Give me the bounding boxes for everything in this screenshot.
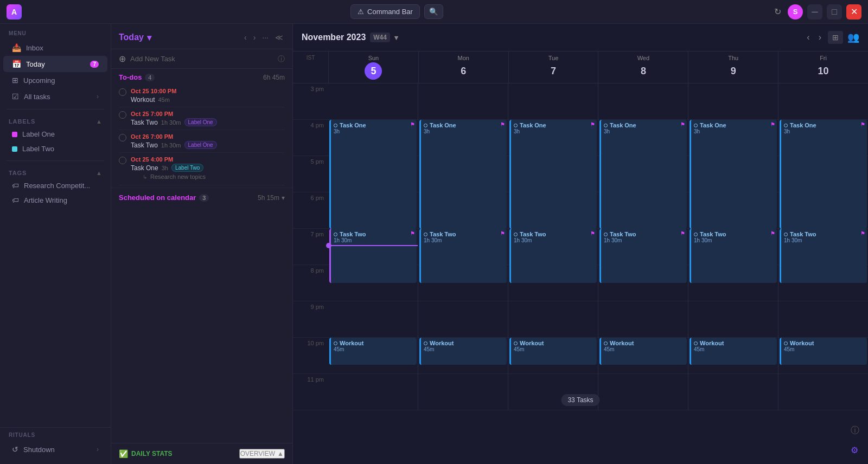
app-logo[interactable]: A [7, 4, 22, 20]
task-one-event-mon[interactable]: ⚑ Task One 3h [419, 120, 507, 229]
close-button[interactable]: ✕ [846, 4, 861, 20]
task-two-event-wed[interactable]: ⚑ Task Two 1h 30m [599, 229, 687, 283]
panel-next-button[interactable]: › [252, 31, 258, 43]
search-button[interactable]: 🔍 [424, 4, 443, 19]
workout-event-sun[interactable]: Workout 45m [329, 338, 417, 365]
sidebar-tag-research[interactable]: 🏷 Research Competit... [3, 178, 107, 193]
sidebar-item-inbox[interactable]: 📥 Inbox [3, 40, 107, 56]
task-one-event-thu[interactable]: ⚑ Task One 3h [690, 120, 777, 229]
task-duration: 1h 30m [161, 142, 181, 149]
task-checkbox[interactable] [119, 134, 126, 141]
daily-stats: ✅ DAILY STATS [119, 449, 173, 458]
day-col-sun: ⚑ Task One 3h [328, 83, 418, 410]
day-col-fri: ⚑ Task One 3h ⚑ Task Two 1h 30m [778, 83, 868, 410]
workout-event-tue[interactable]: Workout 45m [509, 338, 597, 365]
calendar-next-button[interactable]: › [816, 30, 824, 44]
workout-event-fri[interactable]: Workout 45m [780, 338, 867, 365]
sync-button[interactable]: ↻ [772, 4, 783, 19]
sidebar-item-shutdown[interactable]: ↺ Shutdown › [3, 441, 107, 457]
workout-event-wed[interactable]: Workout 45m [599, 338, 687, 365]
maximize-icon: □ [832, 7, 837, 17]
task-two-event-sun[interactable]: ⚑ Task Two 1h 30m [329, 229, 417, 283]
tag-research-icon: 🏷 [12, 182, 19, 190]
tags-chevron: ▲ [96, 170, 102, 176]
sidebar: MENU 📥 Inbox 📅 Today 7 ⊞ Upcoming ☑ All … [0, 24, 111, 464]
overview-button[interactable]: OVERVIEW ▲ [239, 449, 285, 459]
sidebar-item-today[interactable]: 📅 Today 7 [3, 56, 107, 72]
sidebar-tag-article[interactable]: 🏷 Article Writing [3, 193, 107, 208]
task-two-event-tue[interactable]: ⚑ Task Two 1h 30m [509, 229, 597, 283]
calendar-view-button[interactable]: ⊞ [828, 31, 843, 44]
task-label-badge: Label One [184, 141, 217, 149]
event-duration: 3h [334, 128, 414, 134]
calendar-settings-button[interactable]: ⚙ [848, 443, 861, 457]
todos-count: 4 [145, 74, 155, 81]
task-item[interactable]: Oct 25 4:00 PM Task One 3h Label Two ↳ R… [119, 153, 285, 185]
sidebar-label-one[interactable]: Label One [3, 127, 107, 141]
scheduled-header[interactable]: Scheduled on calendar 3 5h 15m ▾ [111, 188, 292, 205]
time-slot-8pm: 8 pm [293, 265, 328, 301]
labels-section-header[interactable]: LABELS ▲ [0, 114, 111, 127]
today-button[interactable]: Today ▾ [119, 33, 151, 43]
minimize-button[interactable]: ─ [807, 4, 822, 20]
avatar[interactable]: S [788, 4, 803, 20]
time-slot-9pm: 9 pm [293, 301, 328, 338]
calendar-chevron: ▾ [394, 34, 398, 42]
task-one-event-wed[interactable]: ⚑ Task One 3h [599, 120, 687, 229]
task-one-event-fri[interactable]: ⚑ Task One 3h [780, 120, 867, 229]
panel-collapse-button[interactable]: ≪ [273, 31, 285, 43]
task-one-event-tue[interactable]: ⚑ Task One 3h [509, 120, 597, 229]
upcoming-icon: ⊞ [12, 76, 18, 85]
task-two-event-fri[interactable]: ⚑ Task Two 1h 30m [780, 229, 867, 283]
sidebar-item-upcoming[interactable]: ⊞ Upcoming [3, 72, 107, 88]
time-slot-10pm: 10 pm [293, 338, 328, 374]
workout-event-mon[interactable]: Workout 45m [419, 338, 507, 365]
task-content: Oct 25 7:00 PM Task Two 1h 30m Label One [131, 111, 285, 126]
event-name: Task One [340, 122, 366, 128]
calendar-users-button[interactable]: 👥 [847, 31, 859, 43]
workout-event-thu[interactable]: Workout 45m [690, 338, 777, 365]
day-num-mon: 6 [455, 62, 472, 80]
calendar-prev-button[interactable]: ‹ [805, 30, 812, 44]
sidebar-divider-1 [7, 109, 104, 109]
day-col-thu: ⚑ Task One 3h ⚑ Task Two 1h 30m [688, 83, 778, 410]
task-two-event-mon[interactable]: ⚑ Task Two 1h 30m [419, 229, 507, 283]
task-panel: Today ▾ ‹ › ··· ≪ ⊕ Add New Task ⓘ To-do… [111, 24, 293, 464]
day-name-thu: Thu [688, 55, 778, 61]
add-task-row[interactable]: ⊕ Add New Task ⓘ [111, 49, 292, 69]
hour-row: ⚑ Task One 3h [328, 120, 418, 156]
daily-stats-label: DAILY STATS [131, 450, 173, 457]
help-button[interactable]: ⓘ [848, 423, 861, 439]
calendar-nav: ‹ › ⊞ 👥 [805, 30, 859, 44]
task-meta: Workout 45m [131, 95, 285, 104]
hour-row [328, 83, 418, 120]
scheduled-time: 5h 15m ▾ [258, 194, 285, 202]
overview-chevron: ▲ [277, 450, 284, 457]
timezone-spacer: IST [293, 51, 328, 83]
panel-prev-button[interactable]: ‹ [242, 31, 248, 43]
panel-more-button[interactable]: ··· [260, 31, 270, 43]
task-item[interactable]: Oct 25 10:00 PM Workout 45m [119, 85, 285, 107]
sidebar-item-all-tasks[interactable]: ☑ All tasks › [3, 88, 107, 105]
task-one-event-sun[interactable]: ⚑ Task One 3h [329, 120, 417, 229]
task-content: Oct 25 4:00 PM Task One 3h Label Two ↳ R… [131, 156, 285, 182]
hour-row: ⚑ Task Two 1h 30m [328, 229, 418, 265]
sync-icon: ↻ [774, 7, 781, 17]
task-meta: Task Two 1h 30m Label One [131, 118, 285, 126]
topbar-center: ⚠ Command Bar 🔍 [350, 4, 443, 19]
panel-footer: ✅ DAILY STATS OVERVIEW ▲ [111, 443, 292, 464]
sidebar-label-two[interactable]: Label Two [3, 141, 107, 156]
task-item[interactable]: Oct 25 7:00 PM Task Two 1h 30m Label One [119, 107, 285, 130]
maximize-button[interactable]: □ [827, 4, 842, 20]
task-checkbox[interactable] [119, 111, 126, 119]
task-checkbox[interactable] [119, 88, 126, 96]
task-duration: 3h [162, 165, 168, 171]
task-duration: 1h 30m [161, 119, 181, 126]
task-checkbox[interactable] [119, 157, 126, 164]
task-item[interactable]: Oct 26 7:00 PM Task Two 1h 30m Label One [119, 130, 285, 153]
command-bar-button[interactable]: ⚠ Command Bar [350, 4, 420, 19]
tags-section-header[interactable]: TAGS ▲ [0, 165, 111, 178]
task-two-event-thu[interactable]: ⚑ Task Two 1h 30m [690, 229, 777, 283]
task-datetime: Oct 26 7:00 PM [131, 133, 285, 140]
calendar-scroll-area[interactable]: 3 pm 4 pm 5 pm 6 pm 7 pm 8 pm 9 pm 10 pm… [293, 83, 868, 464]
